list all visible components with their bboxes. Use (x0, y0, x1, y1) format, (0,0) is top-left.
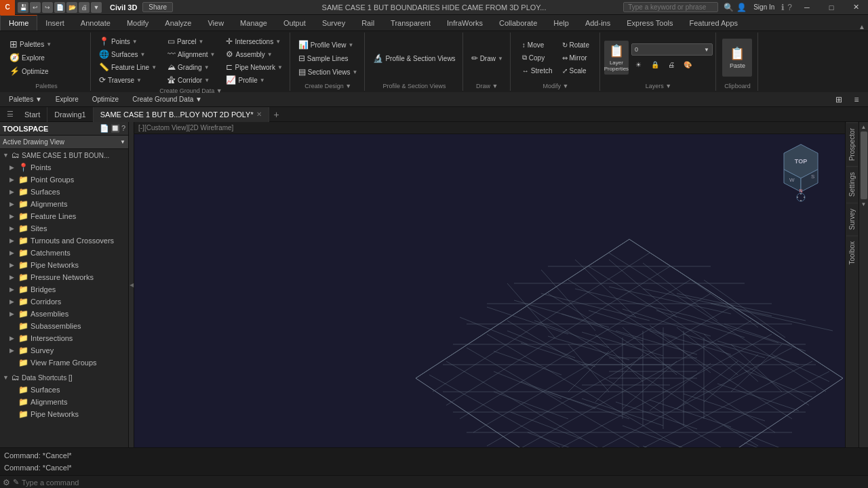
tree-item-view-frame[interactable]: 📁 View Frame Groups (0, 357, 128, 369)
tab-output[interactable]: Output (275, 14, 314, 30)
scale-btn[interactable]: ⤢ Scale (558, 64, 593, 77)
optimize-toggle[interactable]: Optimize (87, 94, 123, 104)
traverse-btn[interactable]: ⟳ Traverse ▼ (95, 74, 161, 86)
optimize-button[interactable]: ⚡ Optimize (5, 65, 52, 77)
tree-item-surfaces[interactable]: ▶ 📁 Surfaces (0, 186, 128, 198)
tree-expand-ds[interactable]: ▼ (3, 374, 9, 381)
properties-btn[interactable]: ≡ (849, 92, 864, 107)
doc-tab-active[interactable]: SAME CASE 1 BUT B...PLOY NOT 2D POLY* ✕ (94, 107, 269, 122)
right-tab-prospector[interactable]: Prospector (846, 122, 858, 166)
right-tab-settings[interactable]: Settings (846, 166, 858, 202)
doc-tab-start[interactable]: Start (18, 107, 47, 122)
tree-item-bridges[interactable]: ▶ 📁 Bridges (0, 283, 128, 296)
tree-item-ds-surfaces[interactable]: 📁 Surfaces (0, 384, 128, 396)
snap-grid-btn[interactable]: ⊞ (831, 92, 846, 107)
layer-selector[interactable]: 0 ▼ (631, 43, 713, 56)
left-collapse-handle[interactable]: ◀ (129, 122, 134, 447)
tree-item-root[interactable]: ▼ 🗂 SAME CASE 1 BUT BOUN... (0, 149, 128, 161)
share-button[interactable]: Share (142, 2, 173, 12)
tab-annotate[interactable]: Annotate (73, 14, 119, 30)
new-button[interactable]: 📄 (54, 2, 65, 13)
pipe-network-btn[interactable]: ⊏ Pipe Network ▼ (222, 61, 286, 73)
doc-tab-close[interactable]: ✕ (256, 110, 262, 118)
tree-item-pressure[interactable]: ▶ 📁 Pressure Networks (0, 271, 128, 283)
redo-button[interactable]: ↪ (42, 2, 53, 13)
tab-transparent[interactable]: Transparent (382, 14, 439, 30)
tab-help[interactable]: Help (545, 14, 577, 30)
help-icon[interactable]: ? (787, 3, 792, 12)
explore-button[interactable]: 🧭 Explore (5, 52, 49, 64)
sign-in-button[interactable]: Sign In (749, 3, 778, 12)
mirror-btn[interactable]: ⇔ Mirror (558, 52, 593, 64)
tab-rail[interactable]: Rail (353, 14, 382, 30)
tab-modify[interactable]: Modify (119, 14, 157, 30)
doc-tab-drawing1[interactable]: Drawing1 (47, 107, 93, 122)
tab-manage[interactable]: Manage (232, 14, 275, 30)
tree-item-subassemblies[interactable]: 📁 Subassemblies (0, 320, 128, 332)
undo-button[interactable]: ↩ (30, 2, 41, 13)
maximize-button[interactable]: □ (819, 0, 844, 15)
section-views-btn[interactable]: ▤ Section Views ▼ (294, 66, 362, 78)
account-icon[interactable]: 👤 (736, 3, 747, 12)
command-input[interactable] (22, 479, 865, 487)
psv-btn[interactable]: 🔬 Profile & Section Views (369, 52, 459, 64)
viewport[interactable]: X Z Y (134, 134, 845, 447)
stretch-btn[interactable]: ↔ Stretch (518, 64, 557, 77)
profile-view-btn[interactable]: 📊 Profile View ▼ (294, 39, 358, 51)
layers-arrow[interactable]: ▼ (665, 83, 671, 89)
tab-express[interactable]: Express Tools (618, 14, 681, 30)
scroll-up-arrow[interactable]: ▲ (861, 123, 867, 130)
plot-button[interactable]: 🖨 (79, 2, 90, 13)
alignment-btn[interactable]: 〰 Alignment ▼ (163, 48, 219, 60)
palettes-toggle[interactable]: Palettes ▼ (4, 94, 47, 104)
tree-item-sites[interactable]: ▶ 📁 Sites (0, 222, 128, 235)
tree-item-corridors[interactable]: ▶ 📁 Corridors (0, 296, 128, 308)
corridor-btn[interactable]: 🛣 Corridor ▼ (163, 74, 219, 86)
feature-line-btn[interactable]: 📏 Feature Line ▼ (95, 61, 161, 73)
layer-icon-2[interactable]: 🔒 (648, 57, 663, 72)
tree-item-survey[interactable]: ▶ 📁 Survey (0, 344, 128, 357)
tree-item-turnouts[interactable]: ▶ 📁 Turnouts and Crossovers (0, 235, 128, 247)
sample-lines-btn[interactable]: ⊟ Sample Lines (294, 52, 353, 64)
close-button[interactable]: ✕ (844, 0, 868, 15)
tab-collaborate[interactable]: Collaborate (491, 14, 545, 30)
vertical-scrollbar[interactable]: ▲ ▼ (859, 122, 868, 447)
surfaces-btn[interactable]: 🌐 Surfaces ▼ (95, 48, 161, 60)
tab-view[interactable]: View (199, 14, 232, 30)
open-button[interactable]: 📂 (66, 2, 77, 13)
tree-item-catchments[interactable]: ▶ 📁 Catchments (0, 247, 128, 259)
paste-btn[interactable]: 📋 Paste (722, 39, 752, 77)
scroll-thumb[interactable] (861, 131, 867, 199)
parcel-btn[interactable]: ▭ Parcel ▼ (163, 35, 219, 47)
tree-item-points[interactable]: ▶ 📍 Points (0, 161, 128, 174)
ground-dropdown-arrow[interactable]: ▼ (216, 87, 222, 94)
tree-item-data-shortcuts[interactable]: ▼ 🗂 Data Shortcuts [] (0, 371, 128, 384)
explore-toggle[interactable]: Explore (51, 94, 83, 104)
toolspace-view-btn[interactable]: 🔲 (111, 124, 120, 133)
tabs-menu-btn[interactable]: ☰ (3, 107, 18, 122)
modify-arrow[interactable]: ▼ (562, 83, 568, 89)
tab-insert[interactable]: Insert (37, 14, 73, 30)
rotate-btn[interactable]: ↻ Rotate (558, 39, 593, 51)
tree-item-feature-lines[interactable]: ▶ 📁 Feature Lines (0, 210, 128, 222)
tree-item-pipe-networks[interactable]: ▶ 📁 Pipe Networks (0, 259, 128, 271)
design-arrow[interactable]: ▼ (345, 83, 351, 89)
scroll-down-arrow[interactable]: ▼ (861, 201, 867, 207)
profile-btn[interactable]: 📈 Profile ▼ (222, 74, 286, 86)
tab-analyze[interactable]: Analyze (157, 14, 199, 30)
tab-survey[interactable]: Survey (314, 14, 353, 30)
tab-featured[interactable]: Featured Apps (681, 14, 746, 30)
tree-item-point-groups[interactable]: ▶ 📁 Point Groups (0, 174, 128, 186)
points-btn[interactable]: 📍 Points ▼ (95, 35, 161, 47)
grading-btn[interactable]: ⛰ Grading ▼ (163, 61, 219, 73)
tab-infraworks[interactable]: InfraWorks (439, 14, 491, 30)
layer-icon-4[interactable]: 🎨 (680, 57, 695, 72)
dropdown-arrow-qa[interactable]: ▼ (91, 2, 102, 13)
active-drawing-selector[interactable]: Active Drawing View ▼ (0, 136, 128, 149)
draw-btn[interactable]: ✏ Draw ▼ (467, 52, 507, 64)
navcube[interactable]: TOP W S N (777, 141, 825, 202)
create-ground-toggle[interactable]: Create Ground Data ▼ (127, 94, 207, 104)
search-icon[interactable]: 🔍 (724, 3, 734, 12)
layer-icon-3[interactable]: 🖨 (664, 57, 679, 72)
tab-addins[interactable]: Add-ins (577, 14, 618, 30)
